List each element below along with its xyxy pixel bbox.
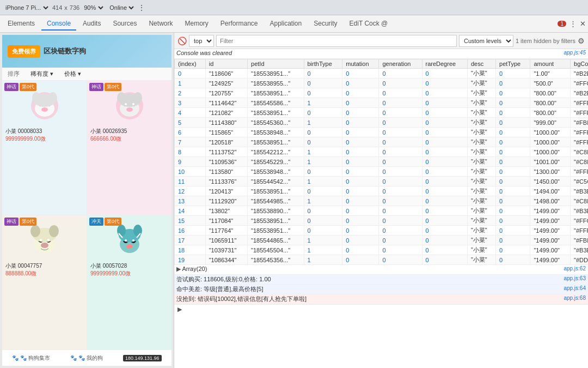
table-cell: "#FFF9C5" — [571, 128, 588, 137]
table-body: 0"118606""185538951..."0000"小菜"0"1.00""#… — [175, 69, 589, 265]
price-sort[interactable]: 价格 ▾ — [64, 70, 81, 78]
devtools-more-icon[interactable]: ⋮ — [569, 20, 577, 28]
table-cell: 0 — [304, 69, 342, 79]
col-mutation: mutation — [342, 59, 379, 69]
table-cell: 0 — [422, 128, 467, 137]
table-row: 13"1112920""185544985..."1000"小菜"0"1498.… — [175, 196, 589, 206]
table-cell: "小菜" — [467, 206, 495, 216]
tab-elements[interactable]: Elements — [2, 17, 40, 31]
table-cell: 1 — [175, 79, 206, 88]
table-cell: 0 — [379, 88, 422, 98]
market-btn[interactable]: 🐾 🐾 狗狗集市 — [12, 354, 50, 362]
rarity-sort[interactable]: 稀有度 ▾ — [30, 70, 53, 78]
sort-filter-bar: 排序 稀有度 ▾ 价格 ▾ — [2, 68, 171, 81]
table-cell: 0 — [379, 128, 422, 137]
tab-memory[interactable]: Memory — [179, 17, 213, 31]
table-cell: 1 — [304, 245, 342, 255]
table-cell: 0 — [379, 137, 422, 147]
tab-security[interactable]: Security — [308, 17, 342, 31]
table-cell: 0 — [496, 236, 530, 245]
table-cell: 0 — [422, 206, 467, 216]
table-cell: 0 — [342, 206, 379, 216]
table-cell: 0 — [304, 88, 342, 98]
tab-editthiscookie[interactable]: EdiT Cock @ — [344, 17, 394, 31]
table-cell: 0 — [496, 167, 530, 177]
table-cell: "1000.00" — [530, 137, 571, 147]
devtools-close-icon[interactable]: ✕ — [580, 20, 586, 28]
table-cell: 18 — [175, 245, 206, 255]
array-source[interactable]: app.js:62 — [564, 266, 586, 272]
context-selector[interactable]: top — [189, 35, 214, 47]
table-cell: "800.00" — [530, 98, 571, 108]
table-cell: 0 — [422, 216, 467, 226]
tab-audits[interactable]: Audits — [77, 17, 106, 31]
table-cell: 0 — [304, 206, 342, 216]
table-cell: "120518" — [205, 137, 247, 147]
table-cell: "小菜" — [467, 186, 495, 196]
console-clear-button[interactable]: 🚫 — [177, 37, 187, 45]
device-selector[interactable]: iPhone 7 Pi... — [3, 4, 50, 11]
app-logo-badge: 免费领养 — [8, 45, 40, 58]
table-cell: "185545504..." — [248, 245, 304, 255]
svg-point-35 — [132, 239, 134, 242]
bottom-bar: 🐾 🐾 狗狗集市 🐾 🐾 我的狗 180.149.131.96 — [2, 349, 171, 366]
hidden-count: 1 item hidden by filters — [516, 38, 575, 44]
table-row: 6"115865""185538948..."0000"小菜"0"1000.00… — [175, 128, 589, 137]
col-petid: petId — [248, 59, 304, 69]
expand-arrow[interactable]: ▶ — [176, 266, 181, 273]
filter-input[interactable] — [216, 35, 457, 47]
table-cell: "小菜" — [467, 226, 495, 236]
table-cell: 0 — [422, 118, 467, 128]
table-cell: 0 — [379, 79, 422, 88]
table-cell: "1494.00" — [530, 186, 571, 196]
table-row: 1"124925""185538955..."0000"小菜"0"500.0""… — [175, 79, 589, 88]
table-cell: "1499.00" — [530, 255, 571, 265]
tab-sources[interactable]: Sources — [107, 17, 142, 31]
level-selector[interactable]: Custom levels — [459, 35, 513, 47]
table-cell: 0 — [379, 255, 422, 265]
info-source-1[interactable]: app.js:63 — [564, 275, 586, 281]
pet-card-2[interactable]: 神话 第0代 — [87, 81, 171, 215]
table-row: 17"1065911""185544865..."1000"小菜"0"1499.… — [175, 236, 589, 245]
table-cell: "小菜" — [467, 255, 495, 265]
cleared-source[interactable]: app.js:45 — [564, 50, 586, 56]
network-selector[interactable]: Online — [107, 4, 136, 11]
table-cell: "117764" — [205, 226, 247, 236]
table-cell: 0 — [496, 88, 530, 98]
table-cell: 15 — [175, 216, 206, 226]
table-cell: 1 — [304, 147, 342, 157]
info-source-2[interactable]: app.js:64 — [564, 285, 586, 291]
table-cell: "118606" — [205, 69, 247, 79]
table-cell: 0 — [304, 216, 342, 226]
error-source-1[interactable]: app.js:68 — [564, 295, 586, 301]
my-pets-btn[interactable]: 🐾 🐾 我的狗 — [70, 354, 103, 362]
table-cell: "1114380" — [205, 118, 247, 128]
tab-network[interactable]: Network — [143, 17, 178, 31]
pet-price-1: 999999999.00微 — [5, 135, 83, 143]
table-cell: "185538951..." — [248, 88, 304, 98]
table-cell: 0 — [342, 157, 379, 167]
table-cell: 0 — [422, 167, 467, 177]
pet-grid: 神话 第0代 — [2, 81, 171, 349]
prompt-arrow: ▶ — [177, 306, 182, 313]
pet-card-1[interactable]: 神话 第0代 — [2, 81, 87, 215]
pet-price-4: 999999999.00微 — [90, 270, 168, 277]
table-cell: "#B3E5FC" — [571, 186, 588, 196]
market-icon: 🐾 — [12, 355, 19, 361]
tab-application[interactable]: Application — [265, 17, 308, 31]
table-cell: "1000.00" — [530, 128, 571, 137]
svg-point-31 — [117, 225, 126, 237]
table-cell: 0 — [496, 69, 530, 79]
table-cell: "185542212..." — [248, 147, 304, 157]
table-cell: 0 — [342, 255, 379, 265]
table-cell: 0 — [496, 186, 530, 196]
pet-card-3[interactable]: 神话 第0代 — [2, 215, 87, 349]
app-title: 区块链数字狗 — [44, 46, 86, 56]
array-expand-line: ▶ Array(20) app.js:62 — [174, 265, 588, 275]
settings-icon[interactable]: ⚙ — [578, 37, 585, 45]
tab-performance[interactable]: Performance — [215, 17, 264, 31]
pet-card-4[interactable]: 冲天 第0代 — [87, 215, 171, 349]
zoom-selector[interactable]: 90% — [82, 4, 105, 11]
tab-console[interactable]: Console — [41, 17, 76, 31]
table-cell: 0 — [342, 226, 379, 236]
